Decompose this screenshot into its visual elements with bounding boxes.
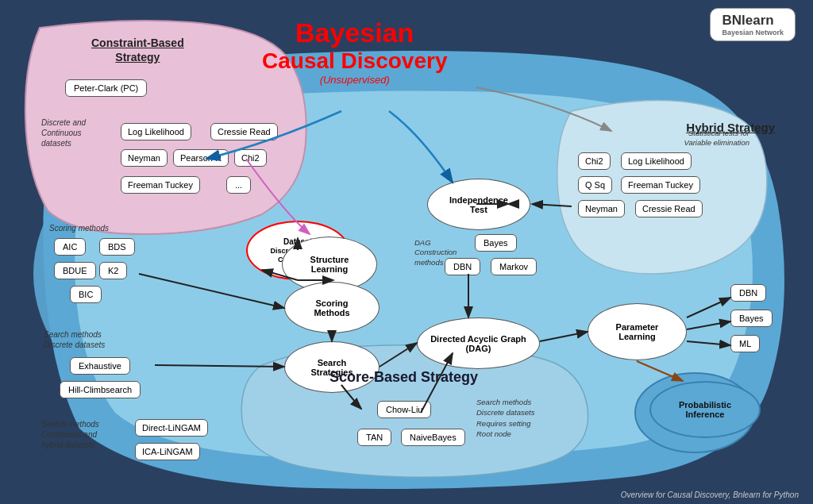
- dbn-box-param: DBN: [730, 284, 766, 302]
- direct-lingam-box: Direct-LiNGAM: [135, 419, 208, 437]
- independence-test-oval: IndependenceTest: [427, 179, 530, 230]
- chi2-box-hybrid: Chi2: [578, 152, 611, 170]
- aic-box: AIC: [54, 238, 86, 256]
- ml-box-param: ML: [730, 335, 760, 352]
- continuous-search-label: Search methodsContinuous andhybrid datas…: [41, 419, 99, 450]
- k2-box: K2: [99, 262, 127, 279]
- freeman-tuckey-box-1: Freeman Tuckey: [121, 176, 200, 194]
- freeman-tuckey-box-hybrid: Freeman Tuckey: [621, 176, 700, 194]
- search-methods-label: Search methodsDiscrete datasets: [44, 329, 105, 350]
- chow-liu-box: Chow-Liu: [377, 401, 431, 418]
- markov-box-dag: Markov: [491, 258, 537, 275]
- dag-oval: Directed Acyclic Graph(DAG): [417, 317, 540, 369]
- constraint-strategy-title: Constraint-BasedStrategy: [91, 36, 184, 64]
- chi2-box-1: Chi2: [234, 149, 267, 167]
- exhaustive-box: Exhaustive: [70, 357, 130, 375]
- parameter-learning-oval: ParameterLearning: [588, 303, 687, 360]
- cressie-read-box-hybrid: Cressie Read: [635, 200, 703, 217]
- logo-text: BNlearn: [722, 13, 773, 28]
- qsq-box: Q Sq: [578, 176, 612, 194]
- hill-climbsearch-box: Hill-Climbsearch: [60, 381, 141, 398]
- bnlearn-logo: BNlearn Bayesian Network: [710, 8, 796, 41]
- main-canvas: BNlearn Bayesian Network Bayesian Causal…: [0, 0, 813, 504]
- dbn-box-dag: DBN: [445, 258, 480, 275]
- bayes-box-dag: Bayes: [475, 234, 517, 252]
- title-line2: Causal Discovery: [262, 48, 447, 74]
- ica-lingam-box: ICA-LiNGAM: [135, 443, 200, 460]
- log-likelihood-box-1: Log Likelihood: [121, 123, 191, 140]
- log-likelihood-box-hybrid: Log Likelihood: [621, 152, 692, 170]
- pearson-box: Pearson R: [173, 149, 229, 167]
- title-unsupervised: (Unsupervised): [262, 74, 447, 86]
- tan-box: TAN: [357, 429, 391, 446]
- scoring-methods-oval: ScoringMethods: [284, 282, 380, 333]
- bds-box: BDS: [99, 238, 135, 256]
- naivebayes-box: NaiveBayes: [401, 429, 465, 446]
- bayes-box-param: Bayes: [730, 310, 773, 327]
- probabilistic-inference-oval: ProbabilisticInference: [649, 381, 761, 438]
- bic-box: BIC: [70, 286, 102, 303]
- cressie-read-box-1: Cressie Read: [210, 123, 278, 140]
- stat-tests-label: Statistical tests forVariable eliminatio…: [684, 129, 749, 148]
- main-title: Bayesian Causal Discovery (Unsupervised): [262, 17, 447, 86]
- score-based-title: Score-Based Strategy: [329, 369, 478, 386]
- ellipsis-box: ...: [226, 176, 251, 194]
- bdue-box: BDUE: [54, 262, 96, 279]
- title-line1: Bayesian: [262, 17, 447, 48]
- peter-clark-box: Peter-Clark (PC): [65, 79, 147, 97]
- neyman-box-1: Neyman: [121, 149, 168, 167]
- score-search-label: Search methodsDiscrete datasetsRequires …: [476, 397, 534, 439]
- scoring-methods-label: Scoring methods: [49, 224, 109, 233]
- footer-text: Overview for Causal Discovery, Bnlearn f…: [621, 491, 799, 499]
- neyman-box-hybrid: Neyman: [578, 200, 625, 217]
- discrete-continuous-label: Discrete andContinuousdatasets: [41, 117, 86, 148]
